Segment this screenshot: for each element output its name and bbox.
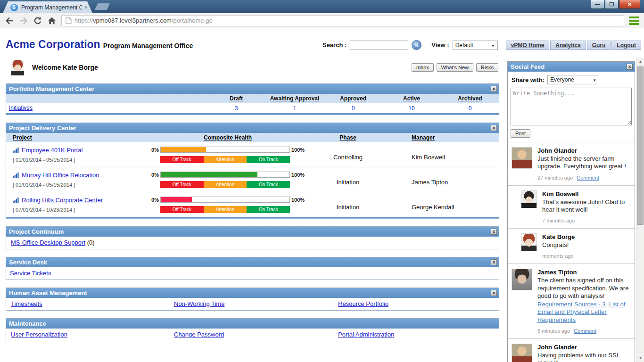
- search-icon: [414, 42, 419, 48]
- feed-text: Just finished the server farm upgrade. E…: [537, 155, 631, 171]
- view-select[interactable]: Default: [453, 41, 498, 50]
- search-button[interactable]: [412, 40, 421, 50]
- close-icon[interactable]: [491, 290, 497, 296]
- chevron-down-icon: [590, 76, 596, 83]
- feed-item-reply: Kim Boswell That's awesome John! Glad to…: [508, 185, 635, 229]
- project-link[interactable]: Murray Hill Office Relocation: [22, 172, 99, 179]
- feed-author: James Tipton: [537, 269, 631, 276]
- timesheets-link[interactable]: Timesheets: [11, 300, 42, 307]
- col-draft[interactable]: Draft: [207, 94, 265, 103]
- back-icon[interactable]: [5, 16, 14, 25]
- project-continuum-panel: Project Continuum MS-Office Desktop Supp…: [6, 226, 499, 249]
- col-phase[interactable]: Phase: [308, 133, 388, 142]
- legend-on-track: On Track: [247, 206, 290, 213]
- scroll-up-icon[interactable]: ▲: [636, 58, 644, 66]
- project-phase: Initiation: [308, 197, 388, 213]
- close-icon[interactable]: [491, 259, 497, 265]
- health-bar-fill: [161, 197, 192, 202]
- health-bar: [160, 197, 290, 203]
- project-link[interactable]: Employee 401K Portal: [22, 147, 83, 154]
- panel-title: Social Feed: [511, 63, 545, 70]
- feed-text: The client has signed off on this requir…: [537, 277, 631, 300]
- url-text: https://vpmo087.level5partners.com/porta…: [74, 17, 213, 24]
- avatar: [521, 190, 537, 208]
- user-personalization-link[interactable]: User Personalization: [11, 331, 67, 338]
- attachment-link[interactable]: Requirement Sources - 3. List of Email a…: [537, 301, 631, 324]
- scrollbar-thumb[interactable]: [637, 66, 644, 225]
- close-icon[interactable]: [491, 125, 497, 131]
- project-manager: James Tipton: [388, 172, 500, 188]
- comment-link[interactable]: Comment: [577, 175, 599, 181]
- col-manager[interactable]: Manager: [388, 133, 500, 142]
- risks-button[interactable]: Risks: [476, 63, 498, 72]
- share-with-label: Share with:: [512, 76, 545, 83]
- close-icon[interactable]: [627, 64, 633, 70]
- window-close-button[interactable]: ✕: [619, 0, 640, 9]
- nav-analytics[interactable]: Analytics: [550, 41, 586, 50]
- service-desk-panel: Service Desk Service Tickets: [6, 257, 499, 280]
- new-tab-button[interactable]: [95, 3, 110, 10]
- comment-link[interactable]: Comment: [574, 328, 596, 334]
- feed-text: Congrats!: [542, 241, 631, 249]
- whats-new-button[interactable]: What's New: [437, 63, 473, 72]
- feed-time: 7 minutes ago: [542, 218, 575, 223]
- search-input[interactable]: [350, 41, 408, 50]
- col-active[interactable]: Active: [382, 94, 441, 103]
- post-button[interactable]: Post: [511, 129, 530, 138]
- browser-tab[interactable]: 5 Program Management Of ×: [3, 1, 92, 13]
- share-with-select[interactable]: Everyone: [547, 75, 599, 84]
- project-link[interactable]: Rolling Hills Corporate Center: [22, 197, 103, 204]
- maintenance-panel: Maintenance User Personalization Change …: [6, 318, 499, 341]
- window-restore-button[interactable]: ❐: [605, 0, 619, 9]
- awaiting-count-link[interactable]: 1: [293, 105, 297, 112]
- project-dates: [ 01/01/2014 - 05/15/2014 ]: [13, 157, 148, 163]
- close-icon[interactable]: [491, 229, 497, 235]
- initiatives-link[interactable]: Initiatives: [9, 105, 33, 111]
- tab-close-icon[interactable]: ×: [84, 5, 88, 10]
- scroll-down-icon[interactable]: ▼: [636, 354, 644, 362]
- approved-count-link[interactable]: 0: [352, 105, 355, 112]
- non-working-time-link[interactable]: Non-Working Time: [174, 300, 224, 307]
- browser-toolbar: https://vpmo087.level5partners.com/porta…: [0, 13, 644, 28]
- active-count-link[interactable]: 10: [408, 105, 414, 112]
- item-count: (0): [87, 239, 95, 246]
- inbox-button[interactable]: Inbox: [412, 63, 434, 72]
- url-bar[interactable]: https://vpmo087.level5partners.com/porta…: [61, 15, 624, 26]
- archived-count-link[interactable]: 0: [469, 105, 472, 112]
- feed-time: 27 minutes ago: [537, 175, 573, 181]
- resource-portfolio-link[interactable]: Resource Portfolio: [338, 300, 388, 307]
- chevron-down-icon: [488, 42, 495, 49]
- nav-guru[interactable]: Guru: [587, 41, 611, 50]
- browser-tabstrip: 5 Program Management Of × — ❐ ✕: [0, 0, 644, 13]
- project-row: Employee 401K Portal [ 01/01/2014 - 05/1…: [6, 142, 499, 167]
- col-approved[interactable]: Approved: [324, 94, 382, 103]
- post-composer[interactable]: [511, 88, 632, 125]
- close-icon[interactable]: [491, 86, 497, 92]
- home-icon[interactable]: [47, 16, 57, 25]
- browser-menu-icon[interactable]: [629, 16, 639, 26]
- nav-vpmo-home[interactable]: vPMO Home: [506, 41, 550, 50]
- col-composite-health[interactable]: Composite Health: [148, 133, 308, 142]
- ms-office-desktop-support-link[interactable]: MS-Office Desktop Support: [11, 239, 85, 246]
- brand-logo: Acme Corporation: [6, 38, 100, 50]
- reload-icon[interactable]: [33, 16, 42, 25]
- feed-item-reply: Kate Borge Congrats! moments ago: [508, 228, 635, 263]
- forward-icon[interactable]: [19, 16, 28, 25]
- col-awaiting-approval[interactable]: Awaiting Approval: [265, 94, 324, 103]
- change-password-link[interactable]: Change Password: [174, 331, 224, 338]
- col-project[interactable]: Project: [6, 133, 148, 142]
- col-archived[interactable]: Archived: [441, 94, 499, 103]
- avatar: [512, 147, 532, 169]
- service-tickets-link[interactable]: Service Tickets: [10, 270, 51, 277]
- window-minimize-button[interactable]: —: [591, 0, 604, 9]
- portal-page: Acme CorporationProgram Management Offic…: [0, 29, 644, 362]
- project-manager: Kim Boswell: [388, 147, 500, 163]
- portal-administration-link[interactable]: Portal Administration: [338, 331, 394, 338]
- vertical-scrollbar[interactable]: ▲ ▼: [636, 58, 644, 362]
- panel-title: Maintenance: [9, 320, 46, 327]
- draft-count-link[interactable]: 3: [235, 105, 238, 112]
- nav-logout[interactable]: Logout: [611, 41, 641, 50]
- legend-attention: Attention: [204, 181, 247, 188]
- health-bar-fill: [161, 172, 257, 177]
- feed-author: Kate Borge: [542, 233, 631, 240]
